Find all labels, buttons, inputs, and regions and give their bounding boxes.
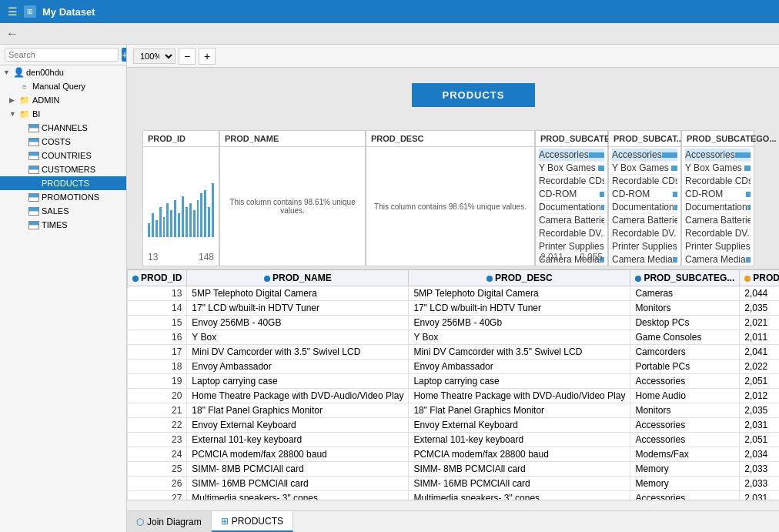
cell-prod-desc: 17" LCD w/built-in HDTV Tuner xyxy=(409,301,630,316)
preview-cell-prod-desc: This column contains 98.61% unique value… xyxy=(366,147,535,266)
sidebar-item-products[interactable]: PRODUCTS xyxy=(0,176,126,190)
cell-prod-desc: Home Theatre Package with DVD-Audio/Vide… xyxy=(409,389,630,403)
table-icon-products xyxy=(28,178,39,189)
cell-prod-desc: SIMM- 16MB PCMClAll card xyxy=(409,477,630,491)
cell-prod-id: 16 xyxy=(128,330,187,345)
data-table-container[interactable]: PROD_ID PROD_NAME PROD_DESC PROD_SUBCATE… xyxy=(127,269,779,500)
sidebar-item-customers[interactable]: CUSTOMERS xyxy=(0,162,126,176)
sidebar-item-manual-query[interactable]: ≡ Manual Query xyxy=(0,79,126,93)
table-icon-sales xyxy=(28,206,39,216)
cell-prod-desc: External 101-key keyboard xyxy=(409,433,630,447)
cell-prod-desc: Laptop carrying case xyxy=(409,374,630,389)
sidebar-item-admin[interactable]: ▶ 📁 ADMIN xyxy=(0,93,126,107)
cell-prod-name: Mini DV Camcorder with 3.5" Swivel LCD xyxy=(187,345,409,360)
sidebar-item-den00hdu[interactable]: ▼ 👤 den00hdu xyxy=(0,65,126,79)
cell-prod-subc: 2,035 xyxy=(740,403,779,418)
prod-id-range: 13148 xyxy=(143,252,219,263)
tab-join-diagram[interactable]: ⬡ Join Diagram xyxy=(127,511,212,532)
table-icon-promotions xyxy=(28,192,39,202)
bottom-tab-bar: ⬡ Join Diagram ⊞ PRODUCTS xyxy=(127,510,779,532)
cell-prod-id: 25 xyxy=(128,462,187,477)
back-button[interactable]: ← xyxy=(6,27,18,41)
cell-prod-subcat: Memory xyxy=(630,477,740,491)
zoom-in-button[interactable]: + xyxy=(199,48,216,65)
prod-subcat-range: 2,0112,055 xyxy=(536,252,607,263)
second-bar: ← xyxy=(0,23,779,45)
th-prod-name[interactable]: PROD_NAME xyxy=(187,270,409,286)
cell-prod-id: 24 xyxy=(128,447,187,462)
table-row: 24 PCMCIA modem/fax 28800 baud PCMCIA mo… xyxy=(128,447,780,462)
toolbar: 100% 75% 50% 150% − + xyxy=(127,45,779,68)
table-row: 15 Envoy 256MB - 40GB Envoy 256MB - 40Gb… xyxy=(128,316,780,330)
th-prod-subcat[interactable]: PROD_SUBCATEG... xyxy=(630,270,740,286)
sidebar-item-bi[interactable]: ▼ 📁 BI xyxy=(0,107,126,121)
cell-prod-subc: 2,011 xyxy=(740,330,779,345)
cell-prod-name: SIMM- 8MB PCMCIAll card xyxy=(187,462,409,477)
preview-cell-prod-subcat3: AccessoriesY Box GamesRecordable CDsCD-R… xyxy=(681,147,754,266)
folder-icon-admin: 📁 xyxy=(19,95,30,105)
table-body: 13 5MP Telephoto Digital Camera 5MP Tele… xyxy=(128,286,780,500)
cell-prod-name: 18" Flat Panel Graphics Monitor xyxy=(187,403,409,418)
sidebar-item-times[interactable]: TIMES xyxy=(0,218,126,232)
cell-prod-subc: 2,033 xyxy=(740,477,779,491)
table-row: 21 18" Flat Panel Graphics Monitor 18" F… xyxy=(128,403,780,418)
horizontal-scrollbar[interactable] xyxy=(127,500,779,510)
folder-icon-bi: 📁 xyxy=(19,109,30,119)
preview-cell-prod-name: This column contains 98.61% unique value… xyxy=(219,147,366,266)
th-prod-desc[interactable]: PROD_DESC xyxy=(409,270,630,286)
col-header-prod-id: PROD_ID xyxy=(142,130,219,147)
cell-prod-desc: Envoy External Keyboard xyxy=(409,418,630,433)
table-row: 26 SIMM- 16MB PCMClAll card SIMM- 16MB P… xyxy=(128,477,780,491)
cell-prod-desc: Multimedia speakers- 3" cones xyxy=(409,491,630,500)
cell-prod-subc: 2,044 xyxy=(740,286,779,301)
sidebar-item-promotions[interactable]: PROMOTIONS xyxy=(0,190,126,204)
zoom-select[interactable]: 100% 75% 50% 150% xyxy=(133,49,176,64)
table-row: 20 Home Theatre Package with DVD-Audio/V… xyxy=(128,389,780,403)
cell-prod-subcat: Portable PCs xyxy=(630,360,740,374)
cell-prod-name: SIMM- 16MB PCMClAll card xyxy=(187,477,409,491)
cell-prod-id: 19 xyxy=(128,374,187,389)
cell-prod-name: Multimedia speakers- 3" cones xyxy=(187,491,409,500)
table-row: 22 Envoy External Keyboard Envoy Externa… xyxy=(128,418,780,433)
table-icon-customers xyxy=(28,164,39,175)
search-input[interactable] xyxy=(5,48,119,62)
sidebar-item-costs[interactable]: COSTS xyxy=(0,135,126,149)
zoom-out-button[interactable]: − xyxy=(179,48,196,65)
cell-prod-subc: 2,034 xyxy=(740,447,779,462)
sidebar-item-countries[interactable]: COUNTRIES xyxy=(0,149,126,162)
cell-prod-subc: 2,021 xyxy=(740,316,779,330)
sidebar-item-channels[interactable]: CHANNELS xyxy=(0,121,126,135)
sidebar-item-sales[interactable]: SALES xyxy=(0,204,126,218)
col-header-prod-desc: PROD_DESC xyxy=(366,130,535,147)
table-row: 17 Mini DV Camcorder with 3.5" Swivel LC… xyxy=(128,345,780,360)
cell-prod-id: 27 xyxy=(128,491,187,500)
menu-icon[interactable]: ☰ xyxy=(8,5,18,18)
prod-id-chart xyxy=(143,176,219,237)
col-header-prod-subcategory: PROD_SUBCATEGORY xyxy=(535,130,608,147)
th-prod-id[interactable]: PROD_ID xyxy=(128,270,187,286)
sidebar-tree: ▼ 👤 den00hdu ≡ Manual Query ▶ 📁 ADMIN ▼ … xyxy=(0,65,126,532)
products-tab-icon: ⊞ xyxy=(221,516,229,527)
cell-prod-subcat: Cameras xyxy=(630,286,740,301)
cell-prod-desc: 5MP Telephoto Digital Camera xyxy=(409,286,630,301)
add-item-button[interactable]: + xyxy=(122,48,127,62)
db-icon: ⊞ xyxy=(24,5,36,18)
tab-products-label: PRODUCTS xyxy=(232,516,283,527)
preview-cell-prod-subcat2: AccessoriesY Box GamesRecordable CDsCD-R… xyxy=(608,147,681,266)
cell-prod-name: 5MP Telephoto Digital Camera xyxy=(187,286,409,301)
cell-prod-subcat: Memory xyxy=(630,462,740,477)
cell-prod-id: 15 xyxy=(128,316,187,330)
cell-prod-desc: Envoy 256MB - 40Gb xyxy=(409,316,630,330)
canvas-area[interactable]: PRODUCTS PROD_ID PROD_NAME PROD_DESC PRO… xyxy=(127,68,779,269)
cell-prod-subcat: Monitors xyxy=(630,301,740,316)
cell-prod-subcat: Accessories xyxy=(630,491,740,500)
cell-prod-desc: PCMCIA modem/fax 28800 baud xyxy=(409,447,630,462)
th-prod-subc[interactable]: PROD_SUBC... xyxy=(740,270,779,286)
table-row: 18 Envoy Ambassador Envoy Ambassador Por… xyxy=(128,360,780,374)
query-icon: ≡ xyxy=(19,81,30,92)
main-layout: + ▼ 👤 den00hdu ≡ Manual Query ▶ 📁 ADMIN xyxy=(0,45,779,532)
tab-join-diagram-label: Join Diagram xyxy=(147,517,202,527)
table-row: 23 External 101-key keyboard External 10… xyxy=(128,433,780,447)
tab-products[interactable]: ⊞ PRODUCTS xyxy=(212,511,293,532)
top-bar: ☰ ⊞ My Dataset xyxy=(0,0,779,23)
